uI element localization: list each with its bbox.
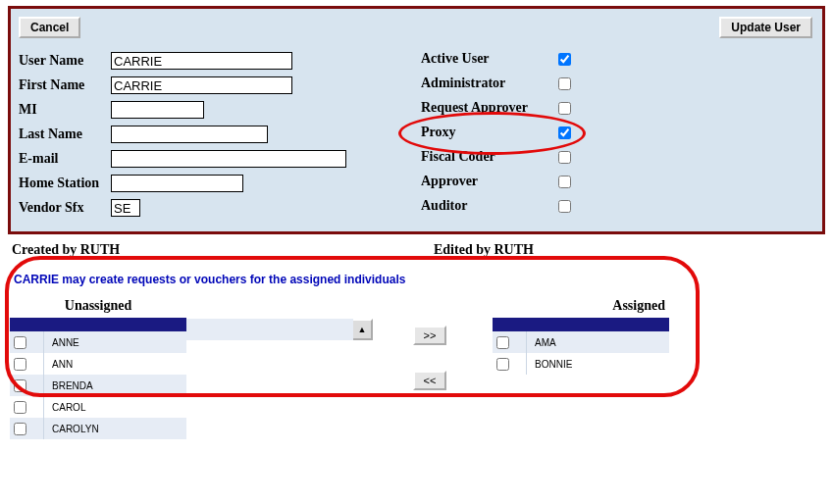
label-mi: MI	[19, 102, 111, 118]
audit-line: Created by RUTH Edited by RUTH	[12, 242, 821, 258]
label-approver: Approver	[421, 174, 558, 189]
user-fields: User Name First Name MI Last Name E-mail…	[19, 48, 401, 222]
cancel-button[interactable]: Cancel	[19, 17, 80, 38]
list-item[interactable]: CAROL	[10, 396, 186, 418]
label-vendor-sfx: Vendor Sfx	[19, 200, 111, 216]
label-proxy: Proxy	[421, 125, 558, 140]
edited-by-label: Edited by	[434, 242, 494, 257]
move-buttons: >> <<	[371, 298, 489, 416]
assignment-section: CARRIE may create requests or vouchers f…	[10, 266, 697, 439]
mi-input[interactable]	[111, 101, 204, 119]
list-item[interactable]: BRENDA	[10, 375, 186, 396]
label-first-name: First Name	[19, 77, 111, 93]
list-item[interactable]: ANN	[10, 353, 186, 375]
list-item-checkbox[interactable]	[14, 401, 26, 414]
label-user-name: User Name	[19, 53, 111, 69]
list-item-name: ANN	[52, 359, 73, 370]
user-form-panel: Cancel Update User User Name First Name …	[8, 6, 825, 234]
user-name-input[interactable]	[111, 52, 292, 70]
list-item-name: CAROL	[52, 402, 85, 413]
assigned-column: Assigned AMABONNIE	[493, 298, 669, 375]
active-user-checkbox[interactable]	[558, 53, 571, 66]
list-item[interactable]: AMA	[493, 331, 669, 353]
list-item-checkbox[interactable]	[496, 358, 509, 371]
email-input[interactable]	[111, 150, 346, 168]
role-checkboxes: Active User Administrator Request Approv…	[421, 48, 571, 222]
list-item-checkbox[interactable]	[14, 358, 26, 371]
update-user-button[interactable]: Update User	[719, 17, 812, 38]
auditor-checkbox[interactable]	[558, 200, 571, 213]
administrator-checkbox[interactable]	[558, 77, 571, 90]
assigned-header-bar	[493, 318, 669, 331]
move-left-button[interactable]: <<	[413, 371, 446, 390]
list-item[interactable]: ANNE	[10, 331, 186, 353]
home-station-input[interactable]	[111, 175, 243, 192]
label-active-user: Active User	[421, 51, 558, 67]
created-by-label: Created by	[12, 242, 80, 257]
label-administrator: Administrator	[421, 76, 558, 91]
created-by-value: RUTH	[80, 242, 120, 257]
label-email: E-mail	[19, 151, 111, 167]
list-item-name: CAROLYN	[52, 424, 99, 434]
label-auditor: Auditor	[421, 198, 558, 214]
unassigned-header-bar	[10, 318, 186, 331]
list-item-checkbox[interactable]	[496, 336, 509, 349]
list-item-name: BONNIE	[535, 359, 572, 370]
assigned-title: Assigned	[493, 298, 669, 314]
edited-by-value: RUTH	[494, 242, 533, 257]
list-item[interactable]: CAROLYN	[10, 418, 186, 439]
list-item-name: ANNE	[52, 337, 79, 348]
unassigned-side-panel	[186, 298, 353, 340]
move-right-button[interactable]: >>	[413, 326, 446, 345]
list-item-name: AMA	[535, 337, 556, 348]
scroll-up-button[interactable]: ▲	[351, 319, 373, 340]
fiscal-coder-checkbox[interactable]	[558, 151, 571, 164]
list-item[interactable]: BONNIE	[493, 353, 669, 375]
request-approver-checkbox[interactable]	[558, 102, 571, 115]
first-name-input[interactable]	[111, 76, 292, 94]
unassigned-column: Unassigned ANNEANNBRENDACAROLCAROLYN	[10, 298, 186, 439]
label-fiscal-coder: Fiscal Coder	[421, 149, 558, 165]
triangle-up-icon: ▲	[358, 325, 367, 334]
list-item-name: BRENDA	[52, 380, 93, 391]
list-item-checkbox[interactable]	[14, 423, 26, 435]
vendor-sfx-input[interactable]	[111, 199, 140, 217]
approver-checkbox[interactable]	[558, 176, 571, 188]
unassigned-title: Unassigned	[10, 298, 186, 314]
label-last-name: Last Name	[19, 126, 111, 142]
list-item-checkbox[interactable]	[14, 379, 26, 392]
list-item-checkbox[interactable]	[14, 336, 26, 349]
proxy-checkbox[interactable]	[558, 126, 571, 139]
label-home-station: Home Station	[19, 176, 111, 191]
label-request-approver: Request Approver	[421, 100, 558, 116]
last-name-input[interactable]	[111, 126, 268, 143]
assignment-heading: CARRIE may create requests or vouchers f…	[10, 266, 697, 298]
